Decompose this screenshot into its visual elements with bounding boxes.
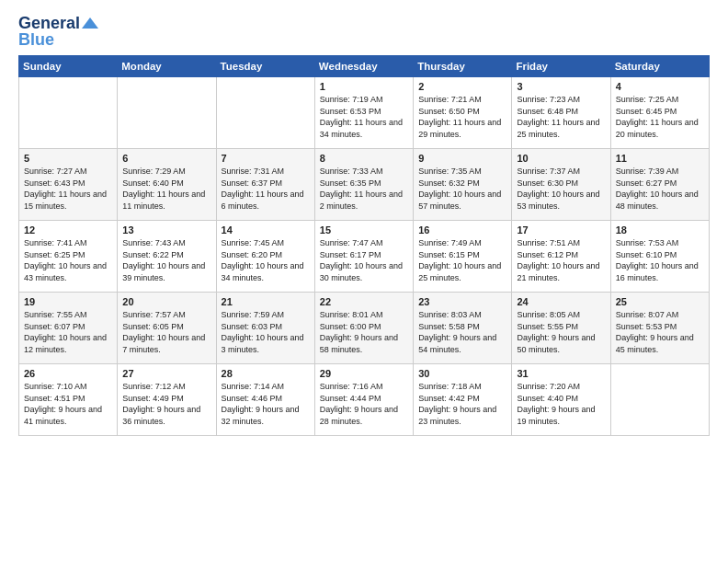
day-number: 4: [616, 81, 704, 92]
cell-content: Sunrise: 7:37 AMSunset: 6:30 PMDaylight:…: [517, 166, 605, 212]
cell-content: Sunrise: 7:23 AMSunset: 6:48 PMDaylight:…: [517, 94, 605, 140]
cell-content: Sunrise: 7:59 AMSunset: 6:03 PMDaylight:…: [222, 309, 310, 355]
cell-content: Sunrise: 7:41 AMSunset: 6:25 PMDaylight:…: [24, 237, 112, 283]
day-number: 23: [418, 296, 506, 307]
calendar-cell: 2Sunrise: 7:21 AMSunset: 6:50 PMDaylight…: [414, 77, 512, 149]
calendar-cell: 15Sunrise: 7:47 AMSunset: 6:17 PMDayligh…: [314, 221, 413, 293]
cell-content: Sunrise: 7:27 AMSunset: 6:43 PMDaylight:…: [24, 166, 112, 212]
calendar-cell: [118, 77, 216, 149]
calendar-cell: 13Sunrise: 7:43 AMSunset: 6:22 PMDayligh…: [118, 221, 216, 293]
calendar-cell: 17Sunrise: 7:51 AMSunset: 6:12 PMDayligh…: [512, 221, 610, 293]
day-number: 17: [517, 224, 605, 236]
cell-content: Sunrise: 7:47 AMSunset: 6:17 PMDaylight:…: [320, 237, 408, 283]
day-number: 18: [616, 224, 704, 236]
calendar-cell: 30Sunrise: 7:18 AMSunset: 4:42 PMDayligh…: [414, 364, 512, 436]
day-number: 3: [517, 81, 605, 92]
logo-container: General Blue: [18, 15, 98, 48]
calendar-cell: 16Sunrise: 7:49 AMSunset: 6:15 PMDayligh…: [414, 221, 512, 293]
calendar-cell: 6Sunrise: 7:29 AMSunset: 6:40 PMDaylight…: [118, 149, 216, 221]
logo-bird-icon: [82, 17, 98, 29]
cell-content: Sunrise: 7:29 AMSunset: 6:40 PMDaylight:…: [122, 166, 210, 212]
calendar-cell: 25Sunrise: 8:07 AMSunset: 5:53 PMDayligh…: [610, 293, 709, 364]
weekday-header-monday: Monday: [118, 56, 216, 77]
calendar-cell: 3Sunrise: 7:23 AMSunset: 6:48 PMDaylight…: [512, 77, 610, 149]
calendar-cell: 7Sunrise: 7:31 AMSunset: 6:37 PMDaylight…: [216, 149, 314, 221]
calendar-cell: 29Sunrise: 7:16 AMSunset: 4:44 PMDayligh…: [314, 364, 413, 436]
logo: General Blue: [18, 15, 98, 48]
cell-content: Sunrise: 8:05 AMSunset: 5:55 PMDaylight:…: [517, 309, 605, 355]
calendar-cell: [19, 77, 118, 149]
calendar-cell: 31Sunrise: 7:20 AMSunset: 4:40 PMDayligh…: [512, 364, 610, 436]
cell-content: Sunrise: 7:18 AMSunset: 4:42 PMDaylight:…: [418, 381, 506, 427]
day-number: 21: [222, 296, 310, 307]
calendar-cell: 21Sunrise: 7:59 AMSunset: 6:03 PMDayligh…: [216, 293, 314, 364]
cell-content: Sunrise: 7:51 AMSunset: 6:12 PMDaylight:…: [517, 237, 605, 283]
day-number: 9: [418, 153, 506, 164]
svg-marker-0: [82, 17, 98, 29]
weekday-header-saturday: Saturday: [610, 56, 709, 77]
day-number: 29: [320, 368, 408, 379]
calendar-cell: 12Sunrise: 7:41 AMSunset: 6:25 PMDayligh…: [19, 221, 118, 293]
calendar-cell: 1Sunrise: 7:19 AMSunset: 6:53 PMDaylight…: [314, 77, 413, 149]
cell-content: Sunrise: 7:55 AMSunset: 6:07 PMDaylight:…: [24, 309, 112, 355]
calendar-page: General Blue SundayMondayTuesdayWednesda…: [0, 0, 728, 563]
cell-content: Sunrise: 7:39 AMSunset: 6:27 PMDaylight:…: [616, 166, 704, 212]
calendar-cell: 9Sunrise: 7:35 AMSunset: 6:32 PMDaylight…: [414, 149, 512, 221]
cell-content: Sunrise: 8:03 AMSunset: 5:58 PMDaylight:…: [418, 309, 506, 355]
calendar-cell: 23Sunrise: 8:03 AMSunset: 5:58 PMDayligh…: [414, 293, 512, 364]
day-number: 11: [616, 153, 704, 164]
cell-content: Sunrise: 7:57 AMSunset: 6:05 PMDaylight:…: [122, 309, 210, 355]
calendar-table: SundayMondayTuesdayWednesdayThursdayFrid…: [18, 55, 710, 436]
cell-content: Sunrise: 7:35 AMSunset: 6:32 PMDaylight:…: [418, 166, 506, 212]
calendar-cell: 24Sunrise: 8:05 AMSunset: 5:55 PMDayligh…: [512, 293, 610, 364]
cell-content: Sunrise: 7:16 AMSunset: 4:44 PMDaylight:…: [320, 381, 408, 427]
day-number: 15: [320, 224, 408, 236]
calendar-cell: [216, 77, 314, 149]
calendar-cell: 10Sunrise: 7:37 AMSunset: 6:30 PMDayligh…: [512, 149, 610, 221]
day-number: 5: [24, 153, 112, 164]
day-number: 28: [222, 368, 310, 379]
cell-content: Sunrise: 7:45 AMSunset: 6:20 PMDaylight:…: [222, 237, 310, 283]
day-number: 8: [320, 153, 408, 164]
day-number: 22: [320, 296, 408, 307]
day-number: 25: [616, 296, 704, 307]
calendar-cell: 8Sunrise: 7:33 AMSunset: 6:35 PMDaylight…: [314, 149, 413, 221]
day-number: 12: [24, 224, 112, 236]
weekday-header-row: SundayMondayTuesdayWednesdayThursdayFrid…: [19, 56, 710, 77]
day-number: 7: [222, 153, 310, 164]
calendar-cell: 19Sunrise: 7:55 AMSunset: 6:07 PMDayligh…: [19, 293, 118, 364]
day-number: 30: [418, 368, 506, 379]
calendar-cell: 4Sunrise: 7:25 AMSunset: 6:45 PMDaylight…: [610, 77, 709, 149]
cell-content: Sunrise: 8:07 AMSunset: 5:53 PMDaylight:…: [616, 309, 704, 355]
day-number: 19: [24, 296, 112, 307]
calendar-cell: 14Sunrise: 7:45 AMSunset: 6:20 PMDayligh…: [216, 221, 314, 293]
calendar-cell: 5Sunrise: 7:27 AMSunset: 6:43 PMDaylight…: [19, 149, 118, 221]
day-number: 27: [122, 368, 210, 379]
weekday-header-friday: Friday: [512, 56, 610, 77]
calendar-cell: 18Sunrise: 7:53 AMSunset: 6:10 PMDayligh…: [610, 221, 709, 293]
calendar-cell: 22Sunrise: 8:01 AMSunset: 6:00 PMDayligh…: [314, 293, 413, 364]
week-row-2: 5Sunrise: 7:27 AMSunset: 6:43 PMDaylight…: [19, 149, 710, 221]
cell-content: Sunrise: 7:31 AMSunset: 6:37 PMDaylight:…: [222, 166, 310, 212]
calendar-cell: 20Sunrise: 7:57 AMSunset: 6:05 PMDayligh…: [118, 293, 216, 364]
cell-content: Sunrise: 7:20 AMSunset: 4:40 PMDaylight:…: [517, 381, 605, 427]
weekday-header-sunday: Sunday: [19, 56, 118, 77]
calendar-cell: 28Sunrise: 7:14 AMSunset: 4:46 PMDayligh…: [216, 364, 314, 436]
week-row-5: 26Sunrise: 7:10 AMSunset: 4:51 PMDayligh…: [19, 364, 710, 436]
cell-content: Sunrise: 8:01 AMSunset: 6:00 PMDaylight:…: [320, 309, 408, 355]
cell-content: Sunrise: 7:53 AMSunset: 6:10 PMDaylight:…: [616, 237, 704, 283]
cell-content: Sunrise: 7:21 AMSunset: 6:50 PMDaylight:…: [418, 94, 506, 140]
cell-content: Sunrise: 7:12 AMSunset: 4:49 PMDaylight:…: [122, 381, 210, 427]
cell-content: Sunrise: 7:25 AMSunset: 6:45 PMDaylight:…: [616, 94, 704, 140]
week-row-1: 1Sunrise: 7:19 AMSunset: 6:53 PMDaylight…: [19, 77, 710, 149]
page-header: General Blue: [18, 15, 710, 48]
day-number: 26: [24, 368, 112, 379]
week-row-4: 19Sunrise: 7:55 AMSunset: 6:07 PMDayligh…: [19, 293, 710, 364]
week-row-3: 12Sunrise: 7:41 AMSunset: 6:25 PMDayligh…: [19, 221, 710, 293]
day-number: 10: [517, 153, 605, 164]
day-number: 20: [122, 296, 210, 307]
cell-content: Sunrise: 7:19 AMSunset: 6:53 PMDaylight:…: [320, 94, 408, 140]
logo-blue: Blue: [18, 31, 98, 48]
day-number: 6: [122, 153, 210, 164]
calendar-cell: 11Sunrise: 7:39 AMSunset: 6:27 PMDayligh…: [610, 149, 709, 221]
